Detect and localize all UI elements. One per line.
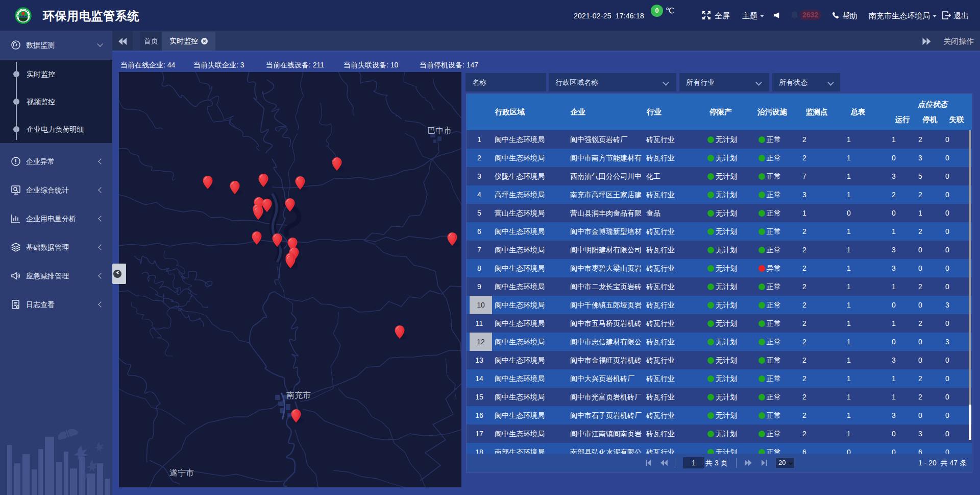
svg-text:遂宁市: 遂宁市 [169,468,194,477]
svg-text:南充市: 南充市 [286,391,311,399]
svg-text:巴中市: 巴中市 [427,126,452,135]
